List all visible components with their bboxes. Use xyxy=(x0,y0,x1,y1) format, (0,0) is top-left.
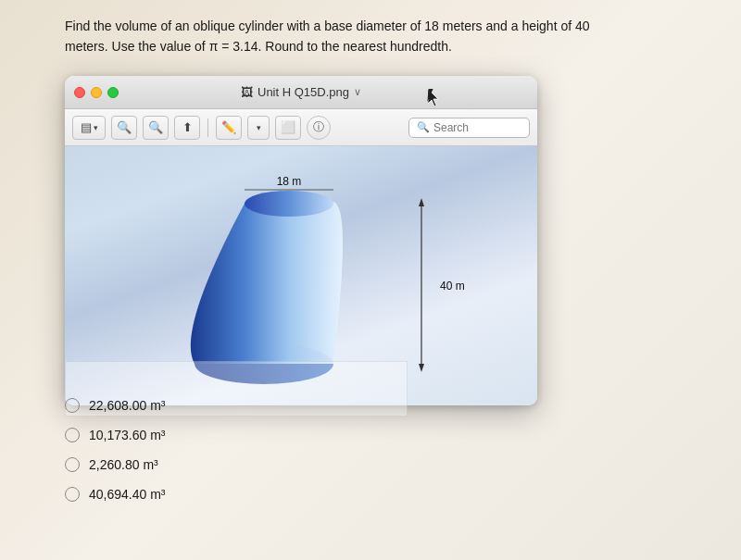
radio-button-3[interactable] xyxy=(65,457,80,472)
radio-button-1[interactable] xyxy=(65,398,80,413)
radio-button-2[interactable] xyxy=(65,428,80,442)
question-area: Find the volume of an oblique cylinder w… xyxy=(65,17,676,56)
crop-button[interactable]: ⬜ xyxy=(275,116,301,140)
mac-window: 🖼 Unit H Q15D.png ∨ ▤ ▾ 🔍 🔍 ⬆ ✏️ xyxy=(65,76,537,405)
answer-option-4[interactable]: 40,694.40 m³ xyxy=(65,487,166,502)
pencil-icon: ✏️ xyxy=(221,120,236,134)
question-text-line2: meters. Use the value of π = 3.14. Round… xyxy=(65,37,676,57)
svg-text:18 m: 18 m xyxy=(277,175,302,188)
svg-point-1 xyxy=(245,191,333,217)
page-background: Find the volume of an oblique cylinder w… xyxy=(0,0,741,560)
search-input[interactable] xyxy=(433,121,521,134)
sidebar-icon: ▤ xyxy=(81,120,92,134)
svg-marker-4 xyxy=(419,198,424,206)
svg-text:40 m: 40 m xyxy=(440,280,465,292)
chevron-icon: ▾ xyxy=(257,123,261,132)
answer-text-4: 40,694.40 m³ xyxy=(89,487,166,502)
maximize-button[interactable] xyxy=(107,87,119,98)
sidebar-toggle-button[interactable]: ▤ ▾ xyxy=(72,116,106,140)
svg-marker-3 xyxy=(419,364,424,372)
minimize-button[interactable] xyxy=(91,87,102,98)
dropdown-icon: ▾ xyxy=(94,123,98,132)
close-button[interactable] xyxy=(74,87,85,98)
answer-choices: 22,608.00 m³ 10,173.60 m³ 2,260.80 m³ 40… xyxy=(65,398,166,516)
zoom-out-icon: 🔍 xyxy=(117,120,132,134)
traffic-lights xyxy=(74,87,119,98)
answer-option-2[interactable]: 10,173.60 m³ xyxy=(65,428,166,442)
zoom-out-button[interactable]: 🔍 xyxy=(111,116,137,140)
zoom-in-button[interactable]: 🔍 xyxy=(143,116,169,140)
share-icon: ⬆ xyxy=(182,120,193,134)
pencil-dropdown-button[interactable]: ▾ xyxy=(247,116,270,140)
toolbar-separator xyxy=(207,118,208,137)
info-button[interactable]: ⓘ xyxy=(307,116,331,140)
radio-button-4[interactable] xyxy=(65,487,80,502)
pencil-button[interactable]: ✏️ xyxy=(216,116,242,140)
answer-option-1[interactable]: 22,608.00 m³ xyxy=(65,398,166,413)
crop-icon: ⬜ xyxy=(281,120,295,134)
answer-text-2: 10,173.60 m³ xyxy=(89,428,166,442)
answer-text-1: 22,608.00 m³ xyxy=(89,398,166,413)
info-icon: ⓘ xyxy=(313,119,324,135)
question-text-line1: Find the volume of an oblique cylinder w… xyxy=(65,17,676,37)
zoom-in-icon: 🔍 xyxy=(148,120,163,134)
titlebar: 🖼 Unit H Q15D.png ∨ xyxy=(65,76,537,109)
file-icon: 🖼 xyxy=(241,85,253,99)
window-title: 🖼 Unit H Q15D.png ∨ xyxy=(241,85,361,99)
answer-text-3: 2,260.80 m³ xyxy=(89,457,158,472)
window-title-text: Unit H Q15D.png xyxy=(257,85,349,99)
toolbar: ▤ ▾ 🔍 🔍 ⬆ ✏️ ▾ ⬜ ⓘ xyxy=(65,109,537,146)
answer-option-3[interactable]: 2,260.80 m³ xyxy=(65,457,166,472)
search-icon: 🔍 xyxy=(417,121,430,133)
chevron-down-icon[interactable]: ∨ xyxy=(354,86,361,98)
search-box[interactable]: 🔍 xyxy=(408,118,530,138)
share-button[interactable]: ⬆ xyxy=(174,116,200,140)
